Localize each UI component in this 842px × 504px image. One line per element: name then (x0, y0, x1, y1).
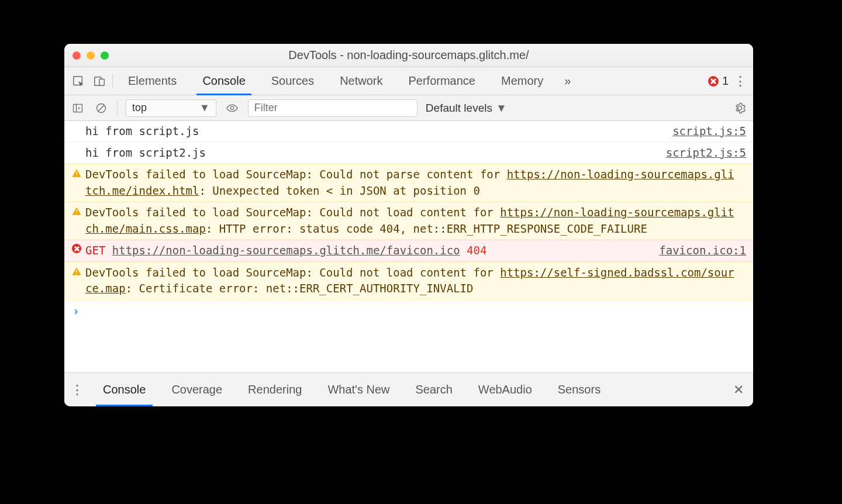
drawer-tab-sensors[interactable]: Sensors (545, 373, 613, 406)
chevron-down-icon: ▼ (199, 102, 210, 114)
svg-rect-9 (76, 213, 77, 215)
chevron-down-icon: ▼ (496, 102, 507, 115)
filter-input[interactable] (248, 99, 417, 117)
svg-point-5 (230, 106, 233, 109)
warn-text: DevTools failed to load SourceMap: Could… (85, 167, 746, 199)
error-count-badge[interactable]: 1 (708, 74, 729, 88)
console-row: DevTools failed to load SourceMap: Could… (64, 262, 753, 300)
warning-icon (71, 266, 82, 277)
drawer-menu-button[interactable]: ⋮ (70, 382, 84, 398)
drawer-tab-console[interactable]: Console (90, 373, 158, 406)
console-row: DevTools failed to load SourceMap: Could… (64, 202, 753, 240)
source-link[interactable]: script.js:5 (672, 123, 746, 140)
error-icon (708, 76, 719, 87)
console-row: hi from script.js script.js:5 (64, 121, 753, 143)
tabs-overflow-button[interactable]: » (558, 67, 577, 95)
tab-console[interactable]: Console (192, 67, 256, 95)
warn-text: DevTools failed to load SourceMap: Could… (85, 265, 746, 297)
drawer-tabbar: ⋮ Console Coverage Rendering What's New … (64, 372, 753, 406)
live-expression-icon[interactable] (225, 101, 240, 116)
warning-icon (71, 206, 82, 216)
console-row: DevTools failed to load SourceMap: Could… (64, 164, 753, 202)
warning-icon (71, 168, 82, 178)
clear-console-icon[interactable] (94, 101, 109, 116)
svg-rect-7 (76, 175, 77, 177)
svg-rect-6 (76, 172, 77, 175)
tab-sources[interactable]: Sources (261, 67, 325, 95)
source-link[interactable]: favicon.ico:1 (659, 243, 746, 259)
log-text: hi from script.js (85, 123, 672, 140)
execution-context-selector[interactable]: top ▼ (126, 99, 216, 117)
error-text: GET https://non-loading-sourcemaps.glitc… (85, 243, 659, 259)
error-count: 1 (722, 74, 729, 88)
warn-text: DevTools failed to load SourceMap: Could… (85, 205, 746, 237)
log-text: hi from script2.js (85, 145, 666, 161)
tab-performance[interactable]: Performance (398, 67, 486, 95)
titlebar: DevTools - non-loading-sourcemaps.glitch… (64, 44, 753, 67)
drawer-tab-webaudio[interactable]: WebAudio (465, 373, 545, 406)
svg-rect-11 (76, 274, 77, 275)
tab-network[interactable]: Network (329, 67, 393, 95)
console-row: GET https://non-loading-sourcemaps.glitc… (64, 240, 753, 262)
error-icon (72, 244, 81, 253)
status-code: 404 (467, 244, 486, 257)
drawer-tab-coverage[interactable]: Coverage (158, 373, 235, 406)
log-levels-selector[interactable]: Default levels ▼ (426, 102, 507, 115)
separator (112, 74, 113, 89)
close-drawer-button[interactable]: ✕ (730, 382, 747, 398)
svg-rect-3 (74, 104, 82, 112)
levels-label: Default levels (426, 102, 492, 115)
tab-elements[interactable]: Elements (118, 67, 187, 95)
console-settings-icon[interactable] (732, 101, 747, 116)
inspect-element-icon[interactable] (70, 73, 87, 89)
console-sidebar-toggle-icon[interactable] (70, 101, 85, 116)
svg-rect-10 (76, 270, 77, 273)
url-link[interactable]: https://non-loading-sourcemaps.glitch.me… (112, 244, 460, 257)
devtools-window: DevTools - non-loading-sourcemaps.glitch… (64, 44, 753, 406)
console-messages: hi from script.js script.js:5 hi from sc… (64, 121, 753, 372)
main-tabbar: Elements Console Sources Network Perform… (64, 67, 753, 95)
separator (117, 101, 118, 116)
device-toolbar-icon[interactable] (91, 73, 108, 89)
svg-rect-2 (99, 79, 104, 85)
console-toolbar: top ▼ Default levels ▼ (64, 95, 753, 121)
drawer-tab-rendering[interactable]: Rendering (235, 373, 315, 406)
context-label: top (132, 102, 147, 114)
window-title: DevTools - non-loading-sourcemaps.glitch… (64, 49, 753, 62)
drawer-tab-search[interactable]: Search (402, 373, 465, 406)
tab-memory[interactable]: Memory (491, 67, 554, 95)
svg-rect-8 (76, 210, 77, 213)
console-row: hi from script2.js script2.js:5 (64, 143, 753, 164)
source-link[interactable]: script2.js:5 (666, 145, 746, 161)
main-menu-button[interactable]: ⋮ (733, 74, 747, 89)
console-prompt[interactable]: › (64, 300, 753, 322)
drawer-tab-whatsnew[interactable]: What's New (315, 373, 402, 406)
